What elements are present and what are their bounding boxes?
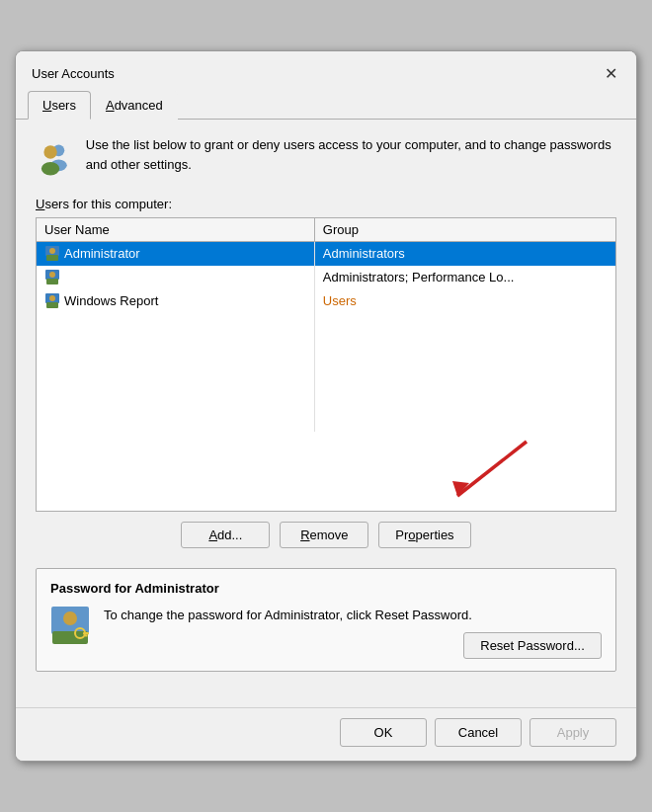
- dialog-content: Use the list below to grant or deny user…: [16, 120, 636, 707]
- svg-point-16: [63, 611, 77, 625]
- add-button[interactable]: Add...: [181, 522, 270, 548]
- svg-point-11: [49, 295, 55, 301]
- tab-users-label: Users: [42, 98, 76, 113]
- table-cell-group: Administrators; Performance Lo...: [314, 266, 615, 289]
- table-body: Administrator Administrators: [37, 242, 615, 432]
- arrow-icon: [359, 432, 556, 511]
- properties-button[interactable]: Properties: [378, 522, 470, 548]
- table-area: User Name Group: [37, 218, 615, 432]
- user-table-container: User Name Group: [36, 217, 616, 512]
- password-user-icon: [50, 606, 90, 645]
- svg-rect-9: [46, 279, 58, 284]
- action-buttons: Add... Remove Properties: [36, 522, 616, 548]
- table-row[interactable]: Administrator Administrators: [37, 242, 615, 266]
- svg-line-13: [457, 442, 527, 496]
- table-row-empty: [37, 361, 615, 384]
- reset-btn-container: Reset Password...: [104, 632, 602, 659]
- table-header: User Name Group: [37, 218, 615, 242]
- password-section: Password for Administrator To change the…: [36, 568, 616, 673]
- user-avatar-icon: [44, 293, 60, 309]
- password-description: To change the password for Administrator…: [104, 608, 472, 622]
- reset-password-button[interactable]: Reset Password...: [463, 632, 602, 659]
- table-header-row: User Name Group: [37, 218, 615, 242]
- user-accounts-dialog: User Accounts ✕ Users Advanced Use the l…: [15, 50, 637, 762]
- username-label: Administrator: [64, 246, 140, 261]
- close-button[interactable]: ✕: [597, 59, 624, 87]
- tab-advanced[interactable]: Advanced: [91, 91, 178, 120]
- svg-rect-19: [83, 632, 89, 635]
- remove-button[interactable]: Remove: [280, 522, 368, 548]
- table-row[interactable]: Windows Report Users: [37, 289, 615, 313]
- table-cell-username: Windows Report: [37, 289, 314, 313]
- info-section: Use the list below to grant or deny user…: [36, 135, 616, 179]
- table-row-empty: [37, 384, 615, 408]
- col-header-username: User Name: [37, 218, 314, 242]
- user-table: User Name Group: [37, 218, 615, 432]
- svg-rect-12: [46, 302, 58, 308]
- users-section-label: Users for this computer:: [36, 197, 616, 211]
- user-icon: [44, 246, 60, 262]
- svg-point-3: [41, 162, 59, 175]
- table-cell-username: Administrator: [37, 242, 314, 266]
- arrow-annotation: [37, 432, 615, 511]
- people-icon: [36, 135, 72, 179]
- user-avatar-icon: [44, 246, 60, 262]
- table-row[interactable]: Administrators; Performance Lo...: [37, 266, 615, 289]
- table-cell-group: Administrators: [314, 242, 615, 266]
- tab-advanced-label: Advanced: [106, 98, 163, 113]
- table-row-empty: [37, 337, 615, 361]
- tab-users[interactable]: Users: [28, 91, 91, 120]
- user-icon: [44, 293, 60, 309]
- table-row-empty: [37, 408, 615, 432]
- password-info: To change the password for Administrator…: [50, 606, 602, 660]
- svg-rect-6: [46, 255, 58, 261]
- table-cell-group: Users: [314, 289, 615, 313]
- ok-button[interactable]: OK: [340, 718, 427, 747]
- username-label: Windows Report: [64, 293, 158, 308]
- svg-point-5: [49, 248, 55, 254]
- cancel-button[interactable]: Cancel: [435, 718, 522, 747]
- title-bar: User Accounts ✕: [16, 51, 636, 91]
- svg-point-8: [49, 272, 55, 278]
- svg-marker-14: [452, 481, 469, 496]
- user-avatar-icon: [44, 270, 60, 285]
- col-header-group: Group: [314, 218, 615, 242]
- table-cell-username: [37, 266, 314, 289]
- svg-rect-20: [85, 634, 88, 636]
- svg-point-2: [43, 145, 56, 158]
- user-icon: [44, 270, 60, 285]
- apply-button[interactable]: Apply: [530, 718, 616, 747]
- tab-bar: Users Advanced: [16, 91, 636, 120]
- info-text: Use the list below to grant or deny user…: [86, 135, 616, 174]
- table-row-empty: [37, 313, 615, 337]
- dialog-title: User Accounts: [32, 66, 115, 81]
- password-section-title: Password for Administrator: [50, 581, 602, 596]
- dialog-footer: OK Cancel Apply: [16, 707, 636, 761]
